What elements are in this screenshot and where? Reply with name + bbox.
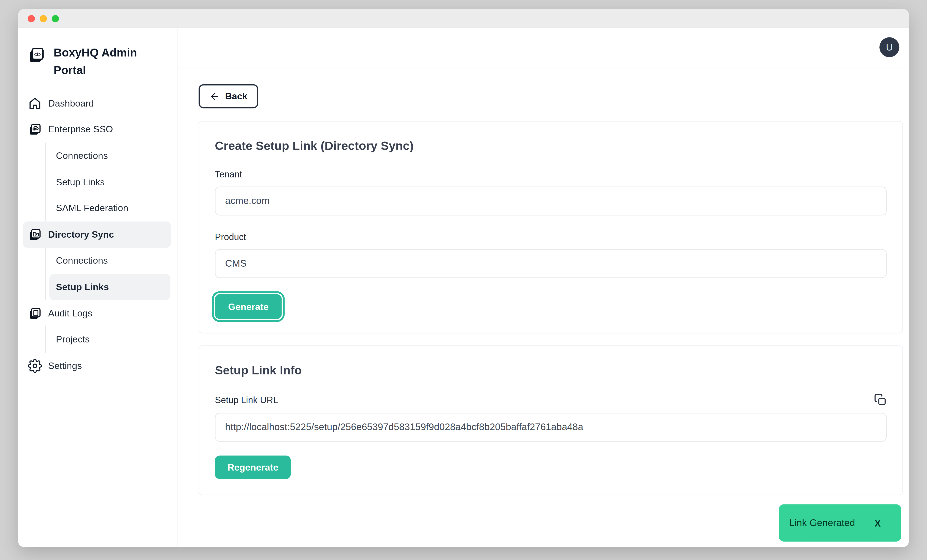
- svg-text:</>: </>: [34, 51, 41, 58]
- sidebar-item-projects[interactable]: Projects: [49, 326, 170, 353]
- minimize-window-button[interactable]: [40, 15, 47, 22]
- back-button[interactable]: Back: [199, 84, 258, 108]
- toast-message: Link Generated: [789, 518, 855, 528]
- sidebar-item-audit-logs[interactable]: Audit Logs: [23, 300, 171, 326]
- sidebar-item-label: Audit Logs: [48, 308, 92, 319]
- sidebar: </> BoxyHQ Admin Portal Dashboard: [18, 28, 178, 547]
- back-button-label: Back: [225, 91, 248, 102]
- sidebar-item-saml-federation[interactable]: SAML Federation: [49, 195, 170, 222]
- home-icon: [28, 96, 42, 111]
- avatar[interactable]: U: [880, 37, 899, 57]
- sidebar-item-directory-sync[interactable]: Directory Sync: [23, 222, 171, 248]
- sidebar-item-dashboard[interactable]: Dashboard: [23, 90, 171, 117]
- brand-title: BoxyHQ Admin Portal: [53, 44, 144, 79]
- top-header: U: [178, 28, 909, 67]
- copy-button[interactable]: [874, 393, 887, 406]
- card-title: Setup Link Info: [215, 362, 887, 378]
- sidebar-item-dsync-setup-links[interactable]: Setup Links: [49, 274, 170, 300]
- setup-link-url-label: Setup Link URL: [215, 395, 278, 405]
- main-area: U Back Create Setup Link (Directory Sy: [178, 28, 909, 547]
- window-controls: [28, 15, 59, 22]
- window-titlebar: [18, 9, 909, 28]
- sidebar-nav: Dashboard Enterprise SSO: [18, 90, 178, 379]
- card-title: Create Setup Link (Directory Sync): [215, 138, 887, 153]
- sidebar-item-label: Connections: [56, 255, 108, 266]
- toast-close-button[interactable]: X: [875, 518, 881, 528]
- enterprise-sso-subgroup: Connections Setup Links SAML Federation: [45, 143, 178, 222]
- sidebar-item-label: Settings: [48, 360, 82, 371]
- sidebar-item-label: Dashboard: [48, 98, 94, 109]
- close-window-button[interactable]: [28, 15, 35, 22]
- setup-link-url-row: Setup Link URL: [215, 393, 887, 406]
- audit-keycap-icon: [28, 306, 42, 320]
- sidebar-item-label: Connections: [56, 150, 108, 161]
- toast-success: Link Generated X: [779, 504, 901, 542]
- zoom-window-button[interactable]: [52, 15, 59, 22]
- sidebar-item-enterprise-sso[interactable]: Enterprise SSO: [23, 117, 171, 143]
- tenant-input[interactable]: [215, 187, 887, 216]
- sidebar-item-label: Setup Links: [56, 177, 105, 188]
- create-setup-link-card: Create Setup Link (Directory Sync) Tenan…: [199, 121, 903, 333]
- product-label: Product: [215, 232, 887, 243]
- sso-keycap-icon: [28, 122, 42, 137]
- desktop: </> BoxyHQ Admin Portal Dashboard: [0, 0, 927, 560]
- sidebar-item-label: Directory Sync: [48, 229, 114, 240]
- sidebar-item-label: Projects: [56, 334, 90, 345]
- sidebar-item-label: SAML Federation: [56, 203, 128, 214]
- sidebar-item-label: Enterprise SSO: [48, 124, 113, 135]
- boxyhq-logo-icon: </>: [28, 46, 46, 64]
- sidebar-item-settings[interactable]: Settings: [23, 353, 171, 379]
- copy-icon: [874, 393, 887, 406]
- page-content: Back Create Setup Link (Directory Sync) …: [178, 67, 909, 495]
- product-input[interactable]: [215, 249, 887, 278]
- arrow-left-icon: [210, 91, 220, 101]
- brand[interactable]: </> BoxyHQ Admin Portal: [28, 44, 168, 79]
- tenant-label: Tenant: [215, 169, 887, 180]
- regenerate-button[interactable]: Regenerate: [215, 455, 291, 479]
- directory-keycap-icon: [28, 227, 42, 241]
- app-body: </> BoxyHQ Admin Portal Dashboard: [18, 28, 909, 547]
- generate-button[interactable]: Generate: [215, 294, 282, 319]
- sidebar-item-sso-connections[interactable]: Connections: [49, 143, 170, 169]
- audit-logs-subgroup: Projects: [45, 326, 178, 353]
- sidebar-item-sso-setup-links[interactable]: Setup Links: [49, 169, 170, 195]
- setup-link-info-card: Setup Link Info Setup Link URL: [199, 345, 903, 495]
- sidebar-item-dsync-connections[interactable]: Connections: [49, 248, 170, 274]
- sidebar-item-label: Setup Links: [56, 281, 109, 292]
- gear-icon: [28, 358, 42, 373]
- directory-sync-subgroup: Connections Setup Links: [45, 248, 178, 300]
- app-window: </> BoxyHQ Admin Portal Dashboard: [18, 9, 909, 547]
- setup-link-url-input[interactable]: [215, 413, 887, 442]
